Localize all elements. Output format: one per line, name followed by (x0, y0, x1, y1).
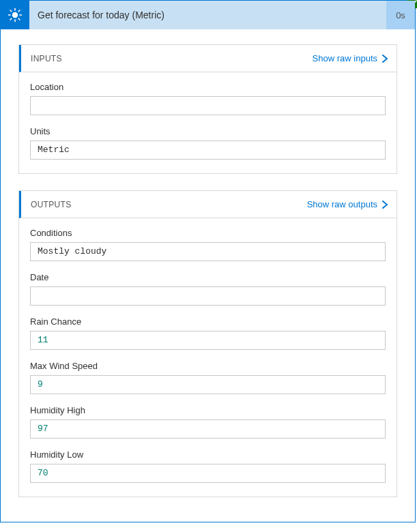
card-header[interactable]: Get forecast for today (Metric) 0s (1, 1, 415, 29)
svg-line-8 (18, 10, 20, 12)
field-units: Units Metric (30, 126, 386, 160)
show-raw-outputs-link[interactable]: Show raw outputs (307, 199, 388, 209)
outputs-panel-header: OUTPUTS Show raw outputs (19, 191, 397, 218)
humidity-low-label: Humidity Low (30, 449, 386, 460)
field-conditions: Conditions Mostly cloudy (30, 228, 386, 261)
max-wind-speed-value[interactable]: 9 (30, 375, 386, 394)
svg-line-5 (10, 10, 12, 12)
show-raw-inputs-link[interactable]: Show raw inputs (313, 53, 388, 63)
inputs-panel-header: INPUTS Show raw inputs (19, 45, 397, 72)
location-value[interactable] (30, 96, 386, 115)
weather-icon (1, 1, 29, 29)
units-label: Units (30, 126, 386, 136)
field-humidity-high: Humidity High 97 (30, 405, 386, 439)
max-wind-speed-label: Max Wind Speed (30, 361, 386, 371)
conditions-label: Conditions (30, 228, 386, 238)
humidity-high-label: Humidity High (30, 405, 386, 415)
field-max-wind-speed: Max Wind Speed 9 (30, 361, 386, 394)
action-card: Get forecast for today (Metric) 0s INPUT… (0, 0, 416, 522)
rain-chance-label: Rain Chance (30, 316, 386, 327)
field-date: Date (30, 272, 386, 306)
outputs-title: OUTPUTS (31, 200, 307, 209)
svg-line-7 (10, 18, 12, 20)
chevron-right-icon (382, 55, 388, 63)
show-raw-inputs-label: Show raw inputs (313, 53, 377, 63)
inputs-panel: INPUTS Show raw inputs Location Units Me… (18, 44, 397, 174)
svg-line-6 (18, 18, 20, 20)
date-label: Date (30, 272, 386, 282)
chevron-right-icon (382, 201, 388, 209)
inputs-panel-body: Location Units Metric (19, 72, 397, 173)
humidity-low-value[interactable]: 70 (30, 464, 386, 483)
units-value[interactable]: Metric (30, 141, 386, 160)
field-humidity-low: Humidity Low 70 (30, 449, 386, 483)
card-body: INPUTS Show raw inputs Location Units Me… (1, 29, 415, 522)
show-raw-outputs-label: Show raw outputs (307, 199, 377, 209)
field-rain-chance: Rain Chance 11 (30, 316, 386, 350)
outputs-panel: OUTPUTS Show raw outputs Conditions Most… (18, 190, 397, 497)
inputs-title: INPUTS (31, 54, 313, 63)
humidity-high-value[interactable]: 97 (30, 419, 386, 439)
location-label: Location (30, 82, 386, 92)
rain-chance-value[interactable]: 11 (30, 331, 386, 350)
outputs-panel-body: Conditions Mostly cloudy Date Rain Chanc… (19, 218, 397, 497)
run-duration: 0s (386, 1, 415, 29)
conditions-value[interactable]: Mostly cloudy (30, 242, 386, 261)
field-location: Location (30, 82, 386, 115)
date-value[interactable] (30, 286, 386, 306)
card-title: Get forecast for today (Metric) (29, 1, 386, 29)
svg-point-0 (12, 12, 18, 18)
